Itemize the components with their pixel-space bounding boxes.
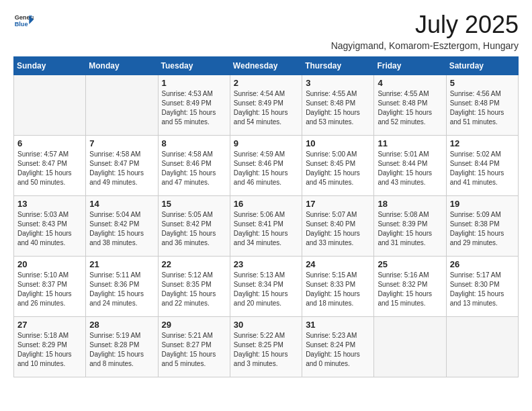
day-number: 29 — [162, 320, 226, 330]
calendar-cell — [86, 75, 158, 136]
weekday-header-row: SundayMondayTuesdayWednesdayThursdayFrid… — [14, 57, 519, 75]
day-number: 25 — [378, 259, 442, 269]
day-number: 3 — [306, 78, 370, 88]
day-info: Sunrise: 4:53 AM Sunset: 8:49 PM Dayligh… — [162, 89, 226, 127]
day-info: Sunrise: 5:06 AM Sunset: 8:41 PM Dayligh… — [234, 210, 298, 248]
calendar-cell: 2Sunrise: 4:54 AM Sunset: 8:49 PM Daylig… — [230, 75, 302, 136]
calendar-week-row: 1Sunrise: 4:53 AM Sunset: 8:49 PM Daylig… — [14, 75, 519, 136]
day-number: 13 — [17, 199, 82, 209]
weekday-header-tuesday: Tuesday — [158, 57, 230, 75]
calendar-cell: 21Sunrise: 5:11 AM Sunset: 8:36 PM Dayli… — [86, 257, 158, 317]
day-info: Sunrise: 4:58 AM Sunset: 8:46 PM Dayligh… — [162, 150, 226, 187]
calendar-table: SundayMondayTuesdayWednesdayThursdayFrid… — [13, 56, 519, 377]
calendar-cell: 26Sunrise: 5:17 AM Sunset: 8:30 PM Dayli… — [446, 257, 518, 317]
day-number: 15 — [162, 199, 226, 209]
day-info: Sunrise: 5:16 AM Sunset: 8:32 PM Dayligh… — [378, 271, 442, 308]
calendar-cell: 13Sunrise: 5:03 AM Sunset: 8:43 PM Dayli… — [14, 196, 86, 257]
page-header: General Blue July 2025 Nagyigmand, Komar… — [13, 11, 519, 51]
weekday-header-thursday: Thursday — [302, 57, 374, 75]
day-number: 18 — [378, 199, 442, 209]
svg-text:Blue: Blue — [15, 21, 28, 28]
day-number: 28 — [89, 320, 154, 330]
calendar-cell: 24Sunrise: 5:15 AM Sunset: 8:33 PM Dayli… — [302, 257, 374, 317]
day-number: 9 — [234, 138, 298, 148]
calendar-cell: 3Sunrise: 4:55 AM Sunset: 8:48 PM Daylig… — [302, 75, 374, 136]
day-info: Sunrise: 5:21 AM Sunset: 8:27 PM Dayligh… — [162, 331, 226, 369]
day-info: Sunrise: 5:03 AM Sunset: 8:43 PM Dayligh… — [17, 210, 82, 248]
day-number: 20 — [17, 259, 82, 269]
calendar-cell: 15Sunrise: 5:05 AM Sunset: 8:42 PM Dayli… — [158, 196, 230, 257]
calendar-cell: 25Sunrise: 5:16 AM Sunset: 8:32 PM Dayli… — [374, 257, 446, 317]
calendar-cell: 16Sunrise: 5:06 AM Sunset: 8:41 PM Dayli… — [230, 196, 302, 257]
day-info: Sunrise: 4:58 AM Sunset: 8:47 PM Dayligh… — [89, 150, 154, 187]
day-number: 14 — [89, 199, 154, 209]
title-block: July 2025 Nagyigmand, Komarom-Esztergom,… — [331, 11, 519, 51]
day-info: Sunrise: 5:12 AM Sunset: 8:35 PM Dayligh… — [162, 271, 226, 308]
calendar-cell: 12Sunrise: 5:02 AM Sunset: 8:44 PM Dayli… — [446, 136, 518, 196]
day-info: Sunrise: 5:09 AM Sunset: 8:38 PM Dayligh… — [450, 210, 515, 248]
calendar-cell: 17Sunrise: 5:07 AM Sunset: 8:40 PM Dayli… — [302, 196, 374, 257]
day-number: 24 — [306, 259, 370, 269]
day-number: 5 — [450, 78, 515, 88]
day-number: 16 — [234, 199, 298, 209]
calendar-cell: 28Sunrise: 5:19 AM Sunset: 8:28 PM Dayli… — [86, 317, 158, 377]
calendar-cell: 20Sunrise: 5:10 AM Sunset: 8:37 PM Dayli… — [14, 257, 86, 317]
calendar-cell: 1Sunrise: 4:53 AM Sunset: 8:49 PM Daylig… — [158, 75, 230, 136]
location: Nagyigmand, Komarom-Esztergom, Hungary — [331, 40, 519, 51]
day-info: Sunrise: 5:08 AM Sunset: 8:39 PM Dayligh… — [378, 210, 442, 248]
day-number: 4 — [378, 78, 442, 88]
day-number: 23 — [234, 259, 298, 269]
day-info: Sunrise: 4:55 AM Sunset: 8:48 PM Dayligh… — [378, 89, 442, 127]
calendar-week-row: 20Sunrise: 5:10 AM Sunset: 8:37 PM Dayli… — [14, 257, 519, 317]
weekday-header-monday: Monday — [86, 57, 158, 75]
calendar-cell: 5Sunrise: 4:56 AM Sunset: 8:48 PM Daylig… — [446, 75, 518, 136]
day-info: Sunrise: 5:17 AM Sunset: 8:30 PM Dayligh… — [450, 271, 515, 308]
day-info: Sunrise: 5:01 AM Sunset: 8:44 PM Dayligh… — [378, 150, 442, 187]
day-info: Sunrise: 5:02 AM Sunset: 8:44 PM Dayligh… — [450, 150, 515, 187]
day-info: Sunrise: 4:59 AM Sunset: 8:46 PM Dayligh… — [234, 150, 298, 187]
calendar-cell: 10Sunrise: 5:00 AM Sunset: 8:45 PM Dayli… — [302, 136, 374, 196]
calendar-cell: 18Sunrise: 5:08 AM Sunset: 8:39 PM Dayli… — [374, 196, 446, 257]
day-number: 17 — [306, 199, 370, 209]
calendar-cell: 30Sunrise: 5:22 AM Sunset: 8:25 PM Dayli… — [230, 317, 302, 377]
day-number: 1 — [162, 78, 226, 88]
day-info: Sunrise: 5:10 AM Sunset: 8:37 PM Dayligh… — [17, 271, 82, 308]
weekday-header-sunday: Sunday — [14, 57, 86, 75]
day-number: 30 — [234, 320, 298, 330]
calendar-cell — [374, 317, 446, 377]
day-info: Sunrise: 5:05 AM Sunset: 8:42 PM Dayligh… — [162, 210, 226, 248]
day-number: 27 — [17, 320, 82, 330]
day-info: Sunrise: 4:57 AM Sunset: 8:47 PM Dayligh… — [17, 150, 82, 187]
day-number: 2 — [234, 78, 298, 88]
calendar-cell: 23Sunrise: 5:13 AM Sunset: 8:34 PM Dayli… — [230, 257, 302, 317]
calendar-cell: 22Sunrise: 5:12 AM Sunset: 8:35 PM Dayli… — [158, 257, 230, 317]
day-info: Sunrise: 5:19 AM Sunset: 8:28 PM Dayligh… — [89, 331, 154, 369]
calendar-cell: 27Sunrise: 5:18 AM Sunset: 8:29 PM Dayli… — [14, 317, 86, 377]
day-number: 26 — [450, 259, 515, 269]
calendar-cell: 11Sunrise: 5:01 AM Sunset: 8:44 PM Dayli… — [374, 136, 446, 196]
calendar-cell: 4Sunrise: 4:55 AM Sunset: 8:48 PM Daylig… — [374, 75, 446, 136]
day-info: Sunrise: 4:54 AM Sunset: 8:49 PM Dayligh… — [234, 89, 298, 127]
calendar-cell: 7Sunrise: 4:58 AM Sunset: 8:47 PM Daylig… — [86, 136, 158, 196]
calendar-cell: 8Sunrise: 4:58 AM Sunset: 8:46 PM Daylig… — [158, 136, 230, 196]
day-number: 11 — [378, 138, 442, 148]
calendar-cell: 6Sunrise: 4:57 AM Sunset: 8:47 PM Daylig… — [14, 136, 86, 196]
day-number: 6 — [17, 138, 82, 148]
month-title: July 2025 — [331, 11, 519, 39]
day-number: 22 — [162, 259, 226, 269]
calendar-cell — [446, 317, 518, 377]
day-info: Sunrise: 5:04 AM Sunset: 8:42 PM Dayligh… — [89, 210, 154, 248]
calendar-cell — [14, 75, 86, 136]
day-info: Sunrise: 5:11 AM Sunset: 8:36 PM Dayligh… — [89, 271, 154, 308]
weekday-header-friday: Friday — [374, 57, 446, 75]
calendar-cell: 29Sunrise: 5:21 AM Sunset: 8:27 PM Dayli… — [158, 317, 230, 377]
logo: General Blue — [13, 11, 34, 31]
weekday-header-saturday: Saturday — [446, 57, 518, 75]
day-info: Sunrise: 5:23 AM Sunset: 8:24 PM Dayligh… — [306, 331, 370, 369]
day-number: 7 — [89, 138, 154, 148]
day-number: 12 — [450, 138, 515, 148]
day-info: Sunrise: 5:13 AM Sunset: 8:34 PM Dayligh… — [234, 271, 298, 308]
calendar-cell: 9Sunrise: 4:59 AM Sunset: 8:46 PM Daylig… — [230, 136, 302, 196]
day-number: 31 — [306, 320, 370, 330]
calendar-week-row: 13Sunrise: 5:03 AM Sunset: 8:43 PM Dayli… — [14, 196, 519, 257]
